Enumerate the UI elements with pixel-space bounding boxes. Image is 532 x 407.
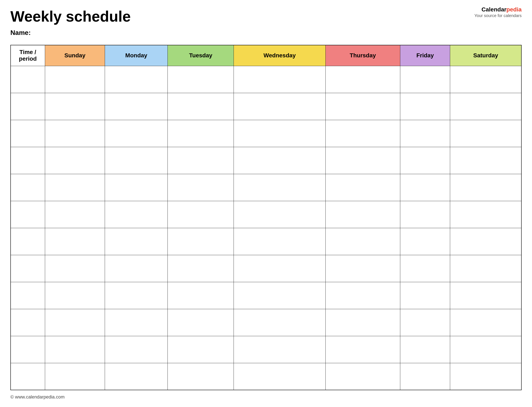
cell-row10-col7[interactable] — [450, 336, 521, 363]
cell-row6-col7[interactable] — [450, 228, 521, 255]
cell-row9-col5[interactable] — [325, 309, 400, 336]
cell-row2-col0[interactable] — [11, 120, 45, 147]
cell-row0-col1[interactable] — [45, 66, 105, 93]
cell-row6-col3[interactable] — [168, 228, 234, 255]
cell-row4-col1[interactable] — [45, 174, 105, 201]
cell-row2-col2[interactable] — [105, 120, 168, 147]
cell-row7-col1[interactable] — [45, 255, 105, 282]
cell-row3-col5[interactable] — [325, 147, 400, 174]
cell-row3-col0[interactable] — [11, 147, 45, 174]
cell-row8-col6[interactable] — [400, 282, 450, 309]
cell-row3-col4[interactable] — [234, 147, 325, 174]
cell-row5-col1[interactable] — [45, 201, 105, 228]
footer: © www.calendarpedia.com — [10, 394, 522, 400]
cell-row6-col1[interactable] — [45, 228, 105, 255]
cell-row3-col1[interactable] — [45, 147, 105, 174]
cell-row8-col7[interactable] — [450, 282, 521, 309]
cell-row1-col0[interactable] — [11, 93, 45, 120]
cell-row1-col6[interactable] — [400, 93, 450, 120]
header-saturday: Saturday — [450, 45, 521, 66]
cell-row8-col1[interactable] — [45, 282, 105, 309]
cell-row1-col3[interactable] — [168, 93, 234, 120]
cell-row0-col2[interactable] — [105, 66, 168, 93]
cell-row2-col7[interactable] — [450, 120, 521, 147]
cell-row4-col5[interactable] — [325, 174, 400, 201]
cell-row3-col2[interactable] — [105, 147, 168, 174]
cell-row11-col1[interactable] — [45, 363, 105, 390]
cell-row9-col4[interactable] — [234, 309, 325, 336]
cell-row6-col2[interactable] — [105, 228, 168, 255]
cell-row2-col5[interactable] — [325, 120, 400, 147]
cell-row5-col7[interactable] — [450, 201, 521, 228]
cell-row8-col3[interactable] — [168, 282, 234, 309]
cell-row0-col4[interactable] — [234, 66, 325, 93]
cell-row7-col6[interactable] — [400, 255, 450, 282]
cell-row0-col3[interactable] — [168, 66, 234, 93]
cell-row7-col0[interactable] — [11, 255, 45, 282]
cell-row10-col5[interactable] — [325, 336, 400, 363]
cell-row11-col0[interactable] — [11, 363, 45, 390]
cell-row6-col5[interactable] — [325, 228, 400, 255]
cell-row5-col3[interactable] — [168, 201, 234, 228]
cell-row7-col7[interactable] — [450, 255, 521, 282]
cell-row4-col4[interactable] — [234, 174, 325, 201]
cell-row10-col0[interactable] — [11, 336, 45, 363]
cell-row11-col5[interactable] — [325, 363, 400, 390]
cell-row11-col4[interactable] — [234, 363, 325, 390]
cell-row2-col6[interactable] — [400, 120, 450, 147]
cell-row1-col4[interactable] — [234, 93, 325, 120]
cell-row5-col0[interactable] — [11, 201, 45, 228]
table-row — [11, 363, 521, 390]
cell-row9-col0[interactable] — [11, 309, 45, 336]
cell-row10-col6[interactable] — [400, 336, 450, 363]
cell-row0-col5[interactable] — [325, 66, 400, 93]
cell-row4-col7[interactable] — [450, 174, 521, 201]
cell-row2-col4[interactable] — [234, 120, 325, 147]
cell-row2-col3[interactable] — [168, 120, 234, 147]
cell-row1-col7[interactable] — [450, 93, 521, 120]
cell-row3-col3[interactable] — [168, 147, 234, 174]
cell-row11-col7[interactable] — [450, 363, 521, 390]
cell-row11-col2[interactable] — [105, 363, 168, 390]
cell-row4-col6[interactable] — [400, 174, 450, 201]
cell-row6-col4[interactable] — [234, 228, 325, 255]
cell-row4-col3[interactable] — [168, 174, 234, 201]
cell-row6-col0[interactable] — [11, 228, 45, 255]
header-wednesday: Wednesday — [234, 45, 325, 66]
cell-row4-col2[interactable] — [105, 174, 168, 201]
cell-row8-col2[interactable] — [105, 282, 168, 309]
cell-row6-col6[interactable] — [400, 228, 450, 255]
cell-row3-col6[interactable] — [400, 147, 450, 174]
cell-row9-col3[interactable] — [168, 309, 234, 336]
cell-row1-col1[interactable] — [45, 93, 105, 120]
cell-row7-col3[interactable] — [168, 255, 234, 282]
cell-row0-col0[interactable] — [11, 66, 45, 93]
cell-row4-col0[interactable] — [11, 174, 45, 201]
cell-row9-col6[interactable] — [400, 309, 450, 336]
cell-row8-col4[interactable] — [234, 282, 325, 309]
cell-row1-col2[interactable] — [105, 93, 168, 120]
cell-row11-col6[interactable] — [400, 363, 450, 390]
cell-row10-col3[interactable] — [168, 336, 234, 363]
cell-row10-col2[interactable] — [105, 336, 168, 363]
cell-row5-col5[interactable] — [325, 201, 400, 228]
cell-row7-col4[interactable] — [234, 255, 325, 282]
cell-row0-col6[interactable] — [400, 66, 450, 93]
cell-row5-col4[interactable] — [234, 201, 325, 228]
cell-row1-col5[interactable] — [325, 93, 400, 120]
cell-row5-col2[interactable] — [105, 201, 168, 228]
cell-row10-col1[interactable] — [45, 336, 105, 363]
cell-row3-col7[interactable] — [450, 147, 521, 174]
cell-row10-col4[interactable] — [234, 336, 325, 363]
cell-row9-col1[interactable] — [45, 309, 105, 336]
cell-row11-col3[interactable] — [168, 363, 234, 390]
cell-row9-col2[interactable] — [105, 309, 168, 336]
cell-row8-col0[interactable] — [11, 282, 45, 309]
cell-row0-col7[interactable] — [450, 66, 521, 93]
cell-row9-col7[interactable] — [450, 309, 521, 336]
cell-row5-col6[interactable] — [400, 201, 450, 228]
cell-row8-col5[interactable] — [325, 282, 400, 309]
cell-row7-col2[interactable] — [105, 255, 168, 282]
cell-row2-col1[interactable] — [45, 120, 105, 147]
cell-row7-col5[interactable] — [325, 255, 400, 282]
